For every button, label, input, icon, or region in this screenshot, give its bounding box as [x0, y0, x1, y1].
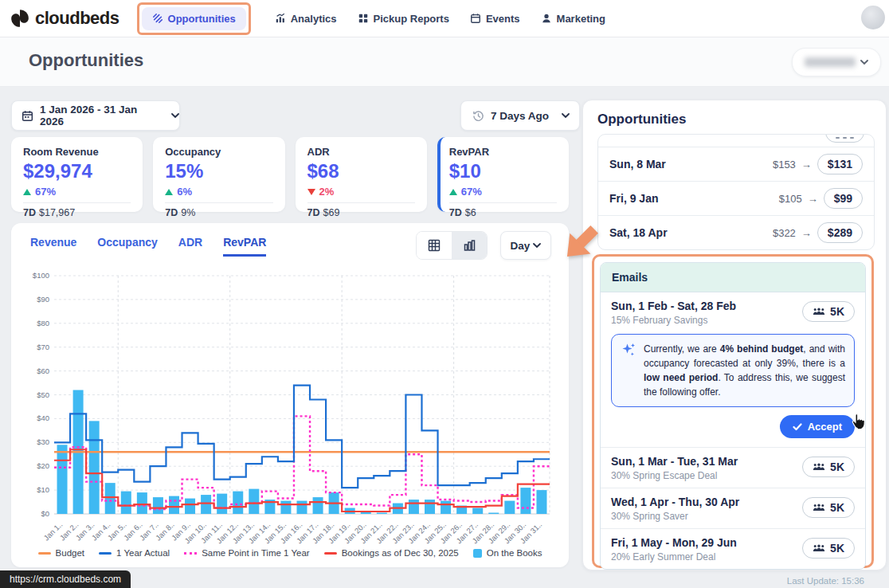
annotation-arrow: [556, 221, 602, 268]
svg-text:$10: $10: [37, 485, 49, 494]
emails-section: Emails Sun, 1 Feb - Sat, 28 Feb 15% Febr…: [600, 262, 866, 570]
opportunity-row[interactable]: Sun, 8 Mar $153 → $131: [598, 147, 874, 181]
legend-label: Bookings as of Dec 30, 2025: [342, 548, 459, 558]
svg-text:$90: $90: [37, 295, 49, 304]
revpar-chart-svg: $0$10$20$30$40$50$60$70$80$90$100Jan 1..…: [18, 263, 562, 550]
legend-item: 1 Year Actual: [99, 548, 170, 558]
tab-occupancy[interactable]: Occupancy: [97, 236, 157, 257]
audience-group-icon: [813, 308, 825, 316]
legend-swatch: [473, 549, 482, 558]
comparison-label: 7 Days Ago: [491, 110, 549, 122]
ai-sparkle-icon: [621, 342, 636, 399]
marketing-icon: [541, 13, 552, 24]
history-clock-icon: [472, 110, 484, 122]
nav-item-events[interactable]: Events: [470, 13, 520, 25]
table-view-button[interactable]: [417, 232, 452, 259]
legend-label: Budget: [56, 548, 84, 558]
price-pill-truncated: [825, 135, 864, 143]
date-range-picker[interactable]: 1 Jan 2026 - 31 Jan 2026: [11, 100, 180, 131]
accept-button[interactable]: Accept: [780, 415, 855, 438]
legend-item: Budget: [38, 548, 84, 558]
page-header: Opportunities: [0, 37, 889, 87]
email-row[interactable]: Fri, 1 May - Mon, 29 Jun 20% Early Summe…: [601, 528, 865, 569]
svg-text:$20: $20: [37, 461, 49, 470]
kpi-card-room-revenue[interactable]: Room Revenue $29,974 67% 7D$17,967: [11, 137, 143, 212]
arrow-right-icon: →: [801, 159, 812, 171]
check-icon: [793, 423, 802, 431]
nav-item-opportunities[interactable]: Opportunities: [142, 7, 246, 30]
chart-view-button[interactable]: [452, 232, 487, 259]
legend-item: On the Books: [473, 548, 542, 558]
mouse-cursor-hand: [849, 410, 868, 430]
audience-group-icon: [813, 504, 825, 512]
arrow-right-icon: →: [801, 227, 812, 239]
email-row[interactable]: Wed, 1 Apr - Thu, 30 Apr 30% Spring Save…: [601, 488, 865, 528]
granularity-selector[interactable]: Day: [500, 231, 551, 260]
delta-up-icon: [165, 189, 173, 195]
delta-up-icon: [449, 189, 457, 195]
audience-group-icon: [813, 544, 825, 553]
chart-view-toggle: [416, 231, 488, 260]
cloudbeds-logo-icon: [10, 8, 30, 29]
email-row[interactable]: Sun, 1 Mar - Tue, 31 Mar 30% Spring Esca…: [601, 447, 865, 488]
opportunities-icon: [152, 13, 163, 24]
table-icon: [428, 239, 441, 252]
granularity-label: Day: [511, 240, 531, 252]
nav-item-marketing[interactable]: Marketing: [541, 13, 605, 25]
user-avatar[interactable]: [861, 6, 885, 29]
analytics-icon: [275, 13, 286, 24]
nav-item-pickup-reports[interactable]: Pickup Reports: [358, 13, 449, 25]
svg-text:$0: $0: [41, 509, 49, 518]
cloudbeds-logo[interactable]: cloudbeds: [10, 8, 119, 29]
svg-text:$100: $100: [33, 271, 49, 280]
chart-metric-tabs: Revenue Occupancy ADR RevPAR: [30, 236, 266, 257]
kpi-cards: Room Revenue $29,974 67% 7D$17,967 Occup…: [11, 137, 569, 212]
redacted-property-name: [805, 57, 856, 67]
suggested-price-pill[interactable]: $99: [824, 188, 863, 209]
property-selector[interactable]: [792, 48, 881, 76]
chart-card: Revenue Occupancy ADR RevPAR Day $0$10$2…: [11, 223, 569, 567]
suggested-price-pill[interactable]: $131: [817, 154, 863, 174]
audience-pill[interactable]: 5K: [802, 457, 855, 477]
last-update-label: Last Update: 15:36: [600, 576, 866, 586]
chevron-down-icon: [562, 113, 570, 119]
opportunity-row[interactable]: Sat, 18 Apr $322 → $289: [598, 215, 874, 249]
brand-name: cloudbeds: [35, 8, 119, 29]
link-preview-statusbar: https://crm.cloudbeds.com: [0, 570, 131, 588]
kpi-card-adr[interactable]: ADR $68 2% 7D$69: [296, 137, 427, 212]
accept-row: Accept: [601, 414, 865, 447]
arrow-right-icon: →: [808, 193, 818, 205]
audience-pill[interactable]: 5K: [802, 497, 855, 518]
ai-suggestion-box: Currently, we are 4% behind budget, and …: [611, 334, 855, 407]
nav-item-analytics[interactable]: Analytics: [275, 13, 337, 25]
chart-legend: Budget1 Year ActualSame Point in Time 1 …: [11, 548, 569, 558]
audience-pill[interactable]: 5K: [802, 301, 855, 322]
kpi-card-revpar[interactable]: RevPAR $10 67% 7D$6: [437, 137, 569, 212]
legend-swatch: [184, 552, 197, 555]
comparison-period-selector[interactable]: 7 Days Ago: [460, 100, 580, 131]
legend-label: On the Books: [487, 548, 542, 558]
tab-revenue[interactable]: Revenue: [30, 236, 76, 257]
date-range-label: 1 Jan 2026 - 31 Jan 2026: [40, 104, 159, 127]
email-row[interactable]: Sun, 1 Feb - Sat, 28 Feb 15% February Sa…: [601, 292, 865, 332]
svg-text:$50: $50: [37, 390, 49, 399]
chevron-down-icon: [860, 60, 868, 65]
opportunity-row-truncated[interactable]: [598, 135, 874, 147]
revpar-chart[interactable]: $0$10$20$30$40$50$60$70$80$90$100Jan 1..…: [18, 263, 562, 550]
events-icon: [470, 13, 481, 24]
annotation-box-nav: Opportunities: [137, 2, 251, 35]
legend-label: 1 Year Actual: [116, 548, 170, 558]
tab-revpar[interactable]: RevPAR: [223, 236, 266, 257]
kpi-card-occupancy[interactable]: Occupancy 15% 6% 7D9%: [153, 137, 284, 212]
pickup-reports-icon: [358, 13, 369, 24]
opportunity-row[interactable]: Fri, 9 Jan $105 → $99: [598, 181, 874, 215]
bar-chart-icon: [463, 239, 476, 252]
legend-item: Same Point in Time 1 Year: [184, 548, 310, 558]
legend-swatch: [38, 552, 51, 555]
opportunities-panel: Opportunities Sun, 8 Mar $153 → $131 Fri…: [582, 100, 887, 570]
suggested-price-pill[interactable]: $289: [817, 222, 863, 243]
svg-text:$40: $40: [37, 414, 49, 422]
nav-items: Opportunities Analytics Pickup Reports E…: [137, 2, 605, 35]
audience-pill[interactable]: 5K: [802, 538, 855, 559]
tab-adr[interactable]: ADR: [178, 236, 202, 257]
